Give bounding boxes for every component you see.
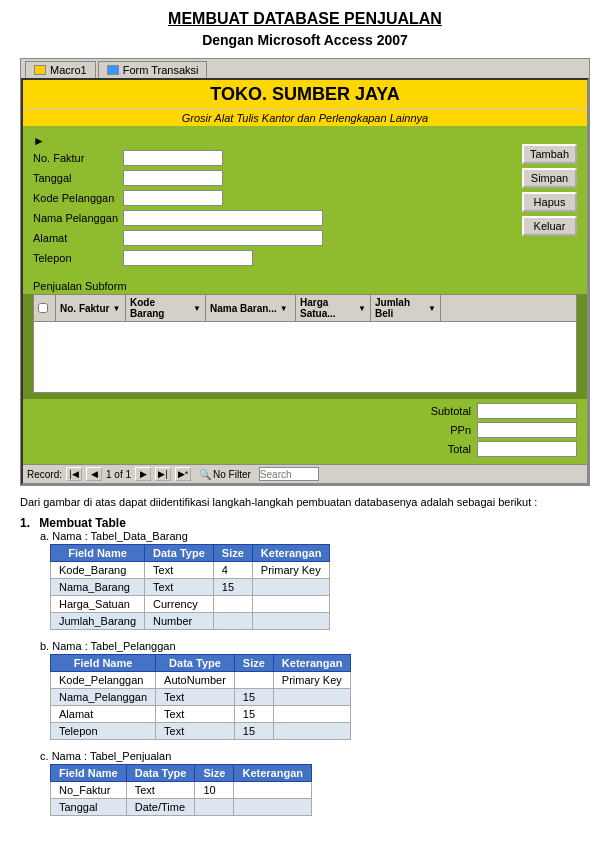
grid-col-harga-satuan[interactable]: Harga Satua... ▼ (296, 295, 371, 321)
table-row: Harga_Satuan Currency (51, 596, 330, 613)
sub-item-a-letter: a. (40, 530, 49, 542)
grid-body (34, 322, 576, 392)
tab-macro-label: Macro1 (50, 64, 87, 76)
form-icon (107, 65, 119, 75)
filter-icon: 🔍 (199, 469, 211, 480)
cell-harga-satuan: Harga_Satuan (51, 596, 145, 613)
hapus-button[interactable]: Hapus (522, 192, 577, 212)
input-nama-pelanggan[interactable] (123, 210, 323, 226)
pointer-arrow: ► (33, 134, 45, 148)
sub-item-c: c. Nama : Tabel_Penjualan (40, 750, 590, 762)
sub-item-a: a. Nama : Tabel_Data_Barang (40, 530, 590, 542)
nav-prev-button[interactable]: ◀ (86, 467, 102, 481)
description-text: Dari gambar di atas dapat diidentifikasi… (20, 496, 590, 508)
th-field-name-b: Field Name (51, 655, 156, 672)
table-row: Kode_Pelanggan AutoNumber Primary Key (51, 672, 351, 689)
grid-col-jumlah-beli[interactable]: Jumlah Beli ▼ (371, 295, 441, 321)
th-data-type-b: Data Type (156, 655, 235, 672)
nav-no-filter-label: No Filter (213, 469, 251, 480)
field-row-kode-pelanggan: Kode Pelanggan (33, 190, 514, 206)
cell-kode-barang-ket: Primary Key (252, 562, 330, 579)
table-row: Tanggal Date/Time (51, 799, 312, 816)
input-tanggal[interactable] (123, 170, 223, 186)
table-row: Alamat Text 15 (51, 706, 351, 723)
label-kode-pelanggan: Kode Pelanggan (33, 192, 123, 204)
table-row: Nama_Pelanggan Text 15 (51, 689, 351, 706)
col-harga-satuan-arrow: ▼ (358, 304, 366, 313)
access-window: Macro1 Form Transaksi TOKO. SUMBER JAYA … (20, 58, 590, 486)
simpan-button[interactable]: Simpan (522, 168, 577, 188)
table-row: Nama_Barang Text 15 (51, 579, 330, 596)
input-alamat[interactable] (123, 230, 323, 246)
table-row: Kode_Barang Text 4 Primary Key (51, 562, 330, 579)
grid-select-all[interactable] (38, 303, 48, 313)
toko-header: TOKO. SUMBER JAYA (23, 80, 587, 109)
cell-jumlah-barang-type: Number (145, 613, 214, 630)
total-row-total: Total (33, 441, 577, 457)
nav-current-record: 1 of 1 (106, 469, 131, 480)
cell-nama-barang-type: Text (145, 579, 214, 596)
cell-kode-barang: Kode_Barang (51, 562, 145, 579)
grid-col-check (34, 295, 56, 321)
col-jumlah-beli-arrow: ▼ (428, 304, 436, 313)
field-row-alamat: Alamat (33, 230, 514, 246)
nav-record-label: Record: (27, 469, 62, 480)
keluar-button[interactable]: Keluar (522, 216, 577, 236)
cell-nama-barang: Nama_Barang (51, 579, 145, 596)
cell-harga-satuan-size (213, 596, 252, 613)
label-total: Total (416, 443, 471, 455)
search-input[interactable] (259, 467, 319, 481)
sub-item-a-name: Nama : Tabel_Data_Barang (52, 530, 188, 542)
total-row-ppn: PPn (33, 422, 577, 438)
th-keterangan-c: Keterangan (234, 765, 312, 782)
input-kode-pelanggan[interactable] (123, 190, 223, 206)
subform-grid: No. Faktur ▼ Kode Barang ▼ Nama Baran...… (33, 294, 577, 393)
input-no-faktur[interactable] (123, 150, 223, 166)
sub-item-b-letter: b. (40, 640, 49, 652)
th-field-name-a: Field Name (51, 545, 145, 562)
nav-first-button[interactable]: |◀ (66, 467, 82, 481)
form-fields: ► No. Faktur Tanggal Kode Pelanggan Nama… (33, 134, 514, 270)
tabs-bar: Macro1 Form Transaksi (21, 59, 589, 78)
label-subtotal: Subtotal (416, 405, 471, 417)
tambah-button[interactable]: Tambah (522, 144, 577, 164)
nav-bar: Record: |◀ ◀ 1 of 1 ▶ ▶| ▶* 🔍 No Filter (23, 464, 587, 483)
sub-item-c-name: Nama : Tabel_Penjualan (52, 750, 172, 762)
th-data-type-a: Data Type (145, 545, 214, 562)
nav-search (259, 467, 319, 481)
grid-col-nama-barang[interactable]: Nama Baran... ▼ (206, 295, 296, 321)
subform-label: Penjualan Subform (23, 278, 587, 294)
tab-macro[interactable]: Macro1 (25, 61, 96, 78)
tab-form-transaksi[interactable]: Form Transaksi (98, 61, 208, 78)
cell-harga-satuan-type: Currency (145, 596, 214, 613)
cell-kode-barang-size: 4 (213, 562, 252, 579)
totals-area: Subtotal PPn Total (23, 399, 587, 464)
cell-jumlah-barang-ket (252, 613, 330, 630)
sub-item-b: b. Nama : Tabel_Pelanggan (40, 640, 590, 652)
grid-header: No. Faktur ▼ Kode Barang ▼ Nama Baran...… (34, 295, 576, 322)
main-title: MEMBUAT DATABASE PENJUALAN (20, 10, 590, 28)
input-subtotal[interactable] (477, 403, 577, 419)
nav-last-button[interactable]: ▶| (155, 467, 171, 481)
col-nama-barang-arrow: ▼ (280, 304, 288, 313)
section-number: 1. (20, 516, 30, 530)
label-ppn: PPn (416, 424, 471, 436)
th-size-a: Size (213, 545, 252, 562)
macro-icon (34, 65, 46, 75)
input-total[interactable] (477, 441, 577, 457)
nav-next-button[interactable]: ▶ (135, 467, 151, 481)
form-body: ► No. Faktur Tanggal Kode Pelanggan Nama… (23, 126, 587, 278)
table-row: No_Faktur Text 10 (51, 782, 312, 799)
grid-col-kode-barang[interactable]: Kode Barang ▼ (126, 295, 206, 321)
cell-jumlah-barang-size (213, 613, 252, 630)
cell-kode-barang-type: Text (145, 562, 214, 579)
input-telepon[interactable] (123, 250, 253, 266)
section-title: Membuat Table (39, 516, 125, 530)
grid-col-no-faktur[interactable]: No. Faktur ▼ (56, 295, 126, 321)
form-area: TOKO. SUMBER JAYA Grosir Alat Tulis Kant… (21, 78, 589, 485)
nav-new-button[interactable]: ▶* (175, 467, 191, 481)
input-ppn[interactable] (477, 422, 577, 438)
total-row-subtotal: Subtotal (33, 403, 577, 419)
label-nama-pelanggan: Nama Pelanggan (33, 212, 123, 224)
form-buttons: Tambah Simpan Hapus Keluar (522, 134, 577, 270)
